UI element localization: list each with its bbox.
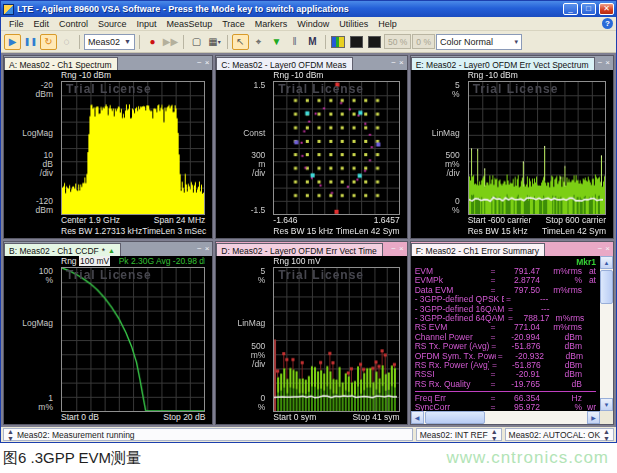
color-bars-icon[interactable] <box>330 34 347 50</box>
minimize-button[interactable]: _ <box>563 3 578 15</box>
vsa-window: LTE - Agilent 89600 VSA Software - Press… <box>0 0 617 443</box>
err-vect-time-plot[interactable]: Trial License <box>273 267 399 412</box>
panel-minimize-icon[interactable]: − <box>391 59 396 67</box>
panel-c-tab[interactable]: C: Meas02 - Layer0 OFDM Meas <box>216 57 352 70</box>
toolbar-separator <box>183 35 184 49</box>
panel-minimize-icon[interactable]: − <box>197 245 202 253</box>
scroll-right-icon[interactable]: ▶ <box>587 411 600 424</box>
close-button[interactable]: ✕ <box>599 3 614 15</box>
dark-display-icon-1[interactable] <box>348 34 365 50</box>
menu-trace[interactable]: Trace <box>217 18 250 30</box>
x-axis-line1: Start 0 dBStop 20 dB <box>61 412 205 423</box>
panel-minimize-icon[interactable]: − <box>197 59 202 67</box>
spinner-icon[interactable]: ▲▼ <box>491 428 498 442</box>
panel-b-tab[interactable]: B: Meas02 - Ch1 CCDF * ▲ <box>4 243 121 256</box>
horizontal-scrollbar[interactable]: ◀ ▶ <box>411 411 600 424</box>
site-watermark: www.cntronics.com <box>447 448 609 468</box>
spectrum-plot-canvas[interactable] <box>62 82 204 214</box>
panel-minimize-icon[interactable]: − <box>598 245 603 253</box>
dark-display-icon-2[interactable] <box>366 34 383 50</box>
err-vect-spectrum-plot[interactable]: Trial License <box>468 81 606 215</box>
window-title: LTE - Agilent 89600 VSA Software - Press… <box>17 4 560 14</box>
menu-edit[interactable]: Edit <box>29 18 55 30</box>
play-icon[interactable]: ▶ <box>4 34 21 50</box>
marker-m-icon[interactable]: M <box>304 34 321 50</box>
x-axis-line1: Start 0 symStop 41 sym <box>273 412 399 423</box>
restart-icon[interactable]: ↻ <box>40 34 57 50</box>
panel-close-icon[interactable]: × <box>399 245 404 253</box>
scrollbar-thumb[interactable] <box>600 270 613 304</box>
constellation-plot-canvas[interactable] <box>274 82 398 214</box>
color-mode-select[interactable]: Color Normal▾ <box>436 34 522 50</box>
marker-band-icon[interactable]: ‖ <box>286 34 303 50</box>
scroll-up-icon[interactable]: ▲ <box>600 256 613 269</box>
chevron-down-icon: ▼ <box>124 38 131 45</box>
peak-average-readout: Pk 2.30G Avg -20.98 dBm <box>119 256 206 266</box>
grid-layout-icon[interactable]: ▦▾ <box>206 34 223 50</box>
toolbar: ▶ ❚❚ ↻ ◌ Meas02▼ ● ▶▶ ▢ ▦▾ ↖ ⌖ ▼ ‖ M 50 … <box>1 31 616 53</box>
menu-help[interactable]: Help <box>373 18 402 30</box>
record-icon[interactable]: ● <box>144 34 161 50</box>
scrollbar-thumb[interactable] <box>425 411 485 424</box>
single-window-icon[interactable]: ▢ <box>188 34 205 50</box>
panel-b-ccdf: B: Meas02 - Ch1 CCDF * ▲ −× Rng 100 mV P… <box>3 241 213 425</box>
panel-close-icon[interactable]: × <box>205 245 210 253</box>
menu-markers[interactable]: Markers <box>250 18 293 30</box>
x-axis-line1: Start -600 carrierStop 600 carrier <box>468 215 606 226</box>
spinner-icon[interactable]: ▲▼ <box>7 428 14 442</box>
lasso-icon[interactable]: ◌ <box>58 34 75 50</box>
spectrum-plot[interactable]: Trial License <box>61 81 205 215</box>
range-readout: Rng 100 mV <box>273 256 399 267</box>
pointer-icon[interactable]: ↖ <box>232 34 249 50</box>
panel-a-spectrum: A: Meas02 - Ch1 Spectrum −× Rng -10 dBm … <box>3 55 213 239</box>
y-axis-labels: 1.5 Const 300m/div -1.5 <box>216 81 269 215</box>
panel-a-tab[interactable]: A: Meas02 - Ch1 Spectrum <box>4 57 118 70</box>
playback-icon[interactable]: ▶▶ <box>162 34 179 50</box>
err-vect-time-canvas[interactable] <box>274 268 398 411</box>
panel-grid: A: Meas02 - Ch1 Spectrum −× Rng -10 dBm … <box>1 53 616 427</box>
summary-row: EVM=791.47m%rmsat <box>415 267 596 276</box>
measurement-select[interactable]: Meas02▼ <box>84 34 135 50</box>
menu-control[interactable]: Control <box>54 18 93 30</box>
menu-file[interactable]: File <box>4 18 29 30</box>
menu-source[interactable]: Source <box>93 18 132 30</box>
panel-e-tab[interactable]: E: Meas02 - Layer0 OFDM Err Vect Spectru… <box>411 57 595 70</box>
marker-drop-icon[interactable]: ▼ <box>268 34 285 50</box>
err-vect-spectrum-canvas[interactable] <box>469 82 605 214</box>
panel-close-icon[interactable]: × <box>605 245 610 253</box>
menu-bar: FileEditControlSourceInputMeasSetupTrace… <box>1 17 616 31</box>
menu-utilities[interactable]: Utilities <box>334 18 373 30</box>
panel-f-tab[interactable]: F: Meas02 - Ch1 Error Summary <box>411 243 545 256</box>
status-measurement: ▲▼ Meas02: Measurement running <box>3 428 413 441</box>
summary-row: Freq Err=66.354Hz <box>415 394 596 403</box>
spinner-icon[interactable]: ▲▼ <box>603 428 610 442</box>
menu-window[interactable]: Window <box>292 18 334 30</box>
status-bar: ▲▼ Meas02: Measurement running Meas02: I… <box>1 427 616 442</box>
menu-input[interactable]: Input <box>132 18 162 30</box>
ccdf-plot[interactable]: Trial License <box>61 267 205 412</box>
panel-b-header: B: Meas02 - Ch1 CCDF * ▲ −× <box>4 242 212 256</box>
vertical-scrollbar[interactable]: ▲ ▼ <box>600 256 613 411</box>
percent-field-1: 50 % <box>384 34 411 49</box>
menu-meassetup[interactable]: MeasSetup <box>162 18 218 30</box>
help-icon[interactable]: ? <box>602 18 613 29</box>
panel-minimize-icon[interactable]: − <box>598 59 603 67</box>
constellation-plot[interactable]: Trial License <box>273 81 399 215</box>
panel-c-body: Rng -10 dBm 1.5 Const 300m/div -1.5 Tria… <box>216 70 406 238</box>
panel-minimize-icon[interactable]: − <box>391 245 396 253</box>
scroll-down-icon[interactable]: ▼ <box>600 398 613 411</box>
marker-peak-icon[interactable]: ⌖ <box>250 34 267 50</box>
panel-close-icon[interactable]: × <box>399 59 404 67</box>
caption-area: 图6 .3GPP EVM测量 www.cntronics.com <box>0 443 617 473</box>
ccdf-plot-canvas[interactable] <box>62 268 204 411</box>
scroll-left-icon[interactable]: ◀ <box>411 411 424 424</box>
restore-button[interactable]: □ <box>581 3 596 15</box>
pause-icon[interactable]: ❚❚ <box>22 34 39 50</box>
range-readout: Rng -10 dBm <box>468 70 606 81</box>
panel-c-header: C: Meas02 - Layer0 OFDM Meas −× <box>216 56 406 70</box>
y-axis-labels: 5% LinMag 500m%/div 0% <box>411 81 464 215</box>
panel-close-icon[interactable]: × <box>605 59 610 67</box>
panel-d-tab[interactable]: D: Meas02 - Layer0 OFDM Err Vect Time <box>216 243 382 256</box>
panel-f-error-summary: F: Meas02 - Ch1 Error Summary −× Mkr1 EV… <box>410 241 614 425</box>
panel-close-icon[interactable]: × <box>205 59 210 67</box>
